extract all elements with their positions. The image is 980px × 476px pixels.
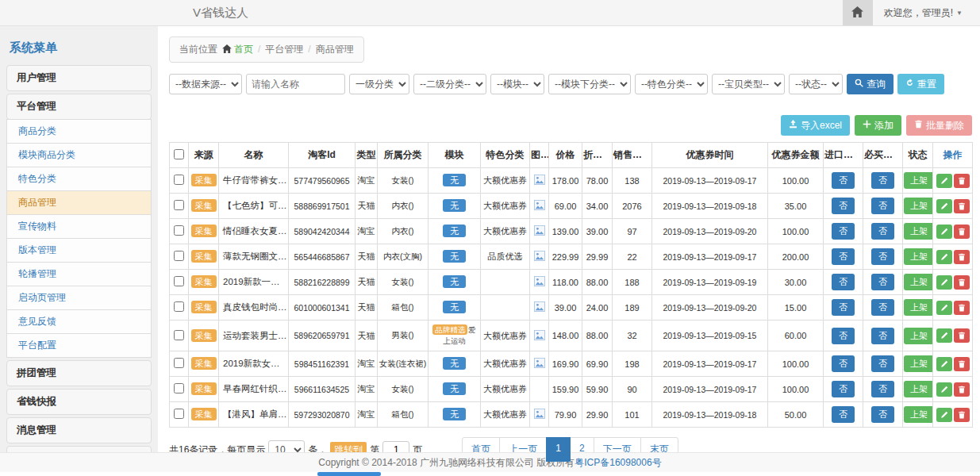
edit-button[interactable] [936,408,952,422]
row-checkbox[interactable] [174,251,184,261]
edit-button[interactable] [936,328,952,343]
status-button[interactable]: 上架 [904,172,933,189]
row-checkbox[interactable] [174,276,184,286]
must-buy-toggle[interactable]: 否 [871,274,894,290]
filter-select[interactable]: --二级分类-- [413,74,486,94]
must-buy-toggle[interactable]: 否 [871,223,894,240]
sidebar-item[interactable]: 拼团管理 [6,360,152,386]
filter-select[interactable]: --宝贝类型-- [712,74,785,94]
import-select-toggle[interactable]: 否 [832,198,855,214]
filter-select[interactable]: 一级分类 [349,74,409,94]
sidebar-item[interactable]: 模块商品分类 [6,143,152,167]
sidebar-item[interactable]: 平台配置 [6,333,152,358]
import-select-toggle[interactable]: 否 [832,328,855,344]
sidebar-item[interactable]: 版本管理 [6,238,152,263]
sidebar-item[interactable]: 消息管理 [6,417,152,443]
search-button[interactable]: 查询 [847,74,894,94]
must-buy-toggle[interactable]: 否 [871,406,894,423]
sidebar-item[interactable]: 平台管理 [6,94,152,120]
must-buy-toggle[interactable]: 否 [871,198,894,214]
batch-delete-button[interactable]: 批量删除 [906,115,972,136]
status-button[interactable]: 上架 [904,355,933,372]
page-button[interactable]: 1 [546,437,571,462]
import-select-toggle[interactable]: 否 [832,274,855,290]
row-checkbox[interactable] [174,383,184,393]
horizontal-scrollbar-thumb[interactable] [317,472,381,476]
delete-button[interactable] [954,408,970,422]
delete-button[interactable] [954,382,970,397]
sidebar-item[interactable]: 启动页管理 [6,286,152,310]
delete-button[interactable] [954,275,970,290]
delete-button[interactable] [954,301,970,315]
status-button[interactable]: 上架 [904,248,933,265]
must-buy-toggle[interactable]: 否 [871,172,894,189]
icp-link[interactable]: 粤ICP备16098006号 [575,457,661,468]
edit-button[interactable] [936,199,952,213]
import-select-toggle[interactable]: 否 [832,223,855,240]
status-button[interactable]: 上架 [904,223,933,240]
user-menu[interactable]: 欢迎您，管理员! ▼ [873,6,980,20]
delete-button[interactable] [954,174,970,188]
select-all-checkbox[interactable] [174,149,184,159]
filter-select[interactable]: --模块下分类-- [548,74,631,94]
sidebar-item[interactable]: 商品分类 [6,119,152,144]
row-checkbox[interactable] [174,330,184,340]
sidebar-item[interactable]: 宣传物料 [6,214,152,239]
sidebar: 系统菜单 用户管理平台管理商品分类模块商品分类特色分类商品管理宣传物料版本管理轮… [0,26,158,452]
table-row: 采集真皮钱包时尚优雅女士...601000601341天猫箱包()无39.002… [170,295,973,321]
edit-button[interactable] [936,301,952,315]
sidebar-item[interactable]: 商品管理 [6,190,152,215]
name-search-input[interactable] [246,74,345,94]
delete-button[interactable] [954,225,970,239]
filter-select[interactable]: --状态-- [789,74,843,94]
import-select-toggle[interactable]: 否 [832,299,855,316]
home-button[interactable] [843,0,873,25]
sidebar-item[interactable]: 轮播管理 [6,262,152,286]
sidebar-item[interactable]: 意见反馈 [6,309,152,334]
import-select-toggle[interactable]: 否 [832,172,855,189]
sidebar-item[interactable]: 用户管理 [6,65,152,91]
row-checkbox[interactable] [174,358,184,368]
import-excel-button[interactable]: 导入excel [781,115,850,136]
add-button[interactable]: 添加 [855,115,901,136]
row-checkbox[interactable] [174,200,184,210]
import-select-toggle[interactable]: 否 [832,406,855,423]
status-button[interactable]: 上架 [904,328,933,344]
delete-button[interactable] [954,357,970,371]
row-checkbox[interactable] [174,175,184,185]
row-checkbox[interactable] [174,409,184,419]
status-button[interactable]: 上架 [904,406,933,423]
reset-button[interactable]: 重置 [897,74,944,94]
filter-select[interactable]: --数据来源-- [169,74,242,94]
delete-button[interactable] [954,250,970,264]
must-buy-toggle[interactable]: 否 [871,355,894,372]
status-button[interactable]: 上架 [904,274,933,290]
sidebar-item[interactable]: 订单管理 [6,446,152,452]
edit-button[interactable] [936,174,952,188]
import-select-toggle[interactable]: 否 [832,355,855,372]
must-buy-toggle[interactable]: 否 [871,381,894,397]
edit-button[interactable] [936,382,952,397]
import-select-toggle[interactable]: 否 [832,381,855,397]
must-buy-toggle[interactable]: 否 [871,328,894,344]
edit-button[interactable] [936,357,952,371]
row-checkbox[interactable] [174,301,184,312]
status-button[interactable]: 上架 [904,381,933,397]
edit-button[interactable] [936,225,952,239]
must-buy-toggle[interactable]: 否 [871,299,894,316]
edit-button[interactable] [936,275,952,290]
type-cell: 淘宝 [355,377,378,402]
import-select-toggle[interactable]: 否 [832,248,855,265]
delete-button[interactable] [954,199,970,213]
filter-select[interactable]: --特色分类-- [635,74,708,94]
breadcrumb-home-link[interactable]: 首页 [234,44,253,55]
delete-button[interactable] [954,328,970,343]
sidebar-item[interactable]: 省钱快报 [6,389,152,415]
sidebar-item[interactable]: 特色分类 [6,167,152,191]
row-checkbox[interactable] [174,225,184,236]
edit-button[interactable] [936,250,952,264]
filter-select[interactable]: --模块-- [490,74,544,94]
status-button[interactable]: 上架 [904,299,933,316]
status-button[interactable]: 上架 [904,198,933,214]
must-buy-toggle[interactable]: 否 [871,248,894,265]
